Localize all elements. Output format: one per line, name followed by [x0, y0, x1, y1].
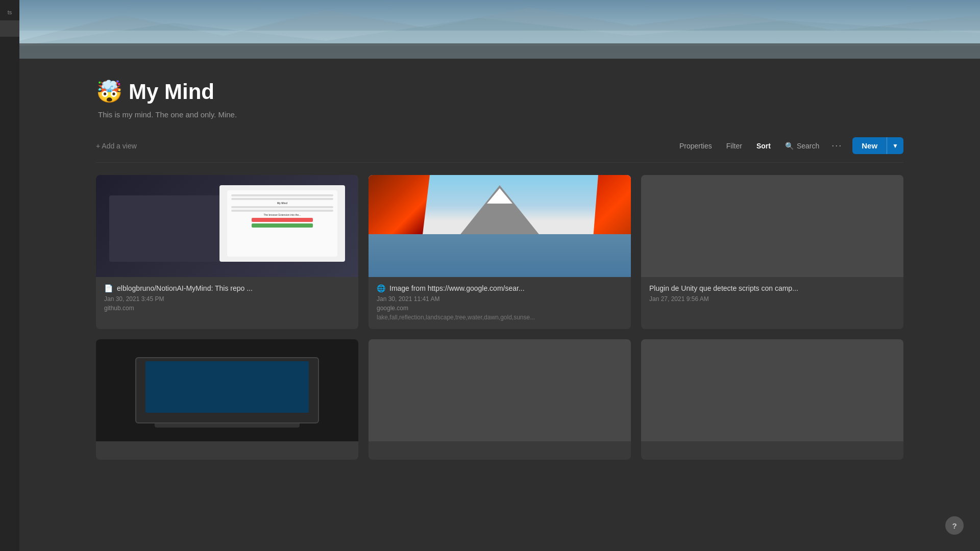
laptop-screen [145, 361, 309, 413]
filter-label: Filter [726, 142, 742, 150]
card-body-5 [369, 441, 631, 457]
github-bar-4 [231, 210, 333, 212]
sidebar-item-ts[interactable]: ts [0, 4, 19, 20]
laptop-shape [135, 357, 319, 423]
card-date-unity: Jan 27, 2021 9:56 AM [649, 295, 895, 303]
sort-label: Sort [756, 142, 771, 150]
card-body-mountain: 🌐 Image from https://www.google.com/sear… [369, 277, 631, 329]
card-title-text: Image from https://www.google.com/sear..… [389, 284, 525, 292]
card-image-placeholder-unity [641, 175, 903, 277]
card-image-github: My Mind The browser Extension into the..… [96, 175, 358, 277]
cards-grid: My Mind The browser Extension into the..… [96, 175, 903, 460]
card-image-mountain [369, 175, 631, 277]
toolbar: + Add a view Properties Filter Sort 🔍 Se… [96, 129, 903, 163]
laptop-base [155, 423, 300, 428]
card-title-text: elblogbruno/NotionAI-MyMind: This repo .… [117, 284, 253, 292]
card-laptop[interactable] [96, 339, 358, 460]
page-header: 🤯 My Mind This is my mind. The one and o… [96, 59, 903, 129]
card-image-placeholder-5 [369, 339, 631, 441]
card-title-mountain: 🌐 Image from https://www.google.com/sear… [377, 284, 623, 292]
github-bar-3 [231, 206, 333, 208]
new-button[interactable]: New [852, 137, 887, 154]
card-image-laptop [96, 339, 358, 441]
globe-icon: 🌐 [377, 284, 385, 292]
card-image-placeholder-6 [641, 339, 903, 441]
hero-image [19, 0, 980, 59]
toolbar-right: Properties Filter Sort 🔍 Search ··· [673, 137, 903, 154]
search-icon: 🔍 [785, 142, 794, 150]
new-button-group: New ▼ [852, 137, 903, 154]
more-options-button[interactable]: ··· [827, 138, 846, 153]
github-panel-title: My Mind [231, 202, 333, 205]
main-content: 🤯 My Mind This is my mind. The one and o… [19, 0, 980, 551]
card-github[interactable]: My Mind The browser Extension into the..… [96, 175, 358, 329]
card-body-laptop [96, 441, 358, 460]
sort-button[interactable]: Sort [750, 139, 777, 153]
github-red-button [252, 218, 313, 222]
card-empty-5[interactable] [369, 339, 631, 460]
github-subtitle: The browser Extension into the... [231, 213, 333, 216]
add-view-button[interactable]: + Add a view [96, 142, 137, 150]
add-view-label: + Add a view [96, 142, 137, 150]
page-emoji: 🤯 [96, 79, 122, 104]
github-green-button [252, 223, 313, 228]
github-bar-1 [231, 194, 333, 196]
hero-banner [19, 0, 980, 59]
card-mountain[interactable]: 🌐 Image from https://www.google.com/sear… [369, 175, 631, 329]
card-date-mountain: Jan 30, 2021 11:41 AM [377, 295, 623, 303]
page-title-row: 🤯 My Mind [96, 79, 903, 104]
github-bar-2 [231, 198, 333, 200]
more-dots-icon: ··· [831, 140, 842, 151]
sidebar-item-active[interactable] [0, 20, 19, 37]
github-inner-panel: My Mind The browser Extension into the..… [227, 190, 337, 257]
document-icon: 📄 [104, 284, 113, 292]
card-body-6 [641, 441, 903, 457]
mountain-snow [487, 188, 512, 204]
new-label: New [862, 141, 877, 150]
properties-label: Properties [679, 142, 712, 150]
mountain-lake [369, 234, 631, 277]
card-title-text: Plugin de Unity que detecte scripts con … [649, 284, 798, 292]
card-title-unity: Plugin de Unity que detecte scripts con … [649, 284, 895, 292]
card-domain-github: github.com [104, 305, 350, 312]
card-title-github: 📄 elblogbruno/NotionAI-MyMind: This repo… [104, 284, 350, 292]
card-tags-mountain: lake,fall,reflection,landscape,tree,wate… [377, 314, 623, 321]
sidebar: ts [0, 0, 19, 551]
chevron-down-icon: ▼ [892, 142, 898, 149]
page-content-area: 🤯 My Mind This is my mind. The one and o… [19, 59, 980, 551]
page-description: This is my mind. The one and only. Mine. [96, 110, 903, 119]
search-button[interactable]: 🔍 Search [779, 139, 825, 153]
card-unity[interactable]: Plugin de Unity que detecte scripts con … [641, 175, 903, 329]
properties-button[interactable]: Properties [673, 139, 718, 153]
card-domain-mountain: google.com [377, 305, 623, 312]
search-label: Search [797, 142, 819, 150]
page-title: My Mind [129, 80, 214, 104]
card-body-unity: Plugin de Unity que detecte scripts con … [641, 277, 903, 313]
new-dropdown-button[interactable]: ▼ [887, 137, 903, 154]
help-button[interactable]: ? [945, 516, 964, 535]
sidebar-item-label: ts [8, 9, 12, 15]
filter-button[interactable]: Filter [720, 139, 748, 153]
svg-rect-4 [19, 43, 980, 59]
card-empty-6[interactable] [641, 339, 903, 460]
card-body-github: 📄 elblogbruno/NotionAI-MyMind: This repo… [96, 277, 358, 322]
card-date-github: Jan 30, 2021 3:45 PM [104, 295, 350, 303]
help-icon: ? [952, 521, 957, 530]
